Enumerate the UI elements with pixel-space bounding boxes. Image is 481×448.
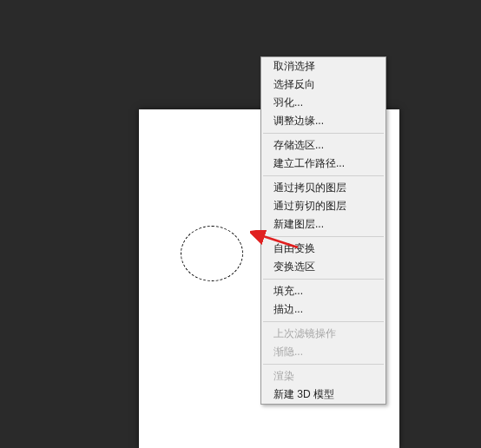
menu-separator <box>263 279 384 280</box>
menu-item-fade: 渐隐... <box>261 343 385 361</box>
context-menu[interactable]: 取消选择 选择反向 羽化... 调整边缘... 存储选区... 建立工作路径..… <box>260 56 386 405</box>
selection-marquee <box>181 226 243 281</box>
menu-item-free-transform[interactable]: 自由变换 <box>261 240 385 258</box>
menu-item-feather[interactable]: 羽化... <box>261 94 385 112</box>
menu-item-select-inverse[interactable]: 选择反向 <box>261 76 385 94</box>
menu-separator <box>263 133 384 134</box>
menu-separator <box>263 236 384 237</box>
menu-item-transform-selection[interactable]: 变换选区 <box>261 258 385 276</box>
menu-item-stroke[interactable]: 描边... <box>261 300 385 319</box>
menu-item-make-work-path[interactable]: 建立工作路径... <box>261 155 385 173</box>
menu-item-new-3d-model[interactable]: 新建 3D 模型 <box>261 385 385 404</box>
menu-separator <box>263 364 384 365</box>
menu-separator <box>263 321 384 322</box>
menu-item-fill[interactable]: 填充... <box>261 282 385 300</box>
menu-item-save-selection[interactable]: 存储选区... <box>261 136 385 155</box>
menu-item-render: 渲染 <box>261 367 385 385</box>
menu-separator <box>263 175 384 176</box>
menu-item-deselect[interactable]: 取消选择 <box>261 57 385 76</box>
menu-item-layer-via-cut[interactable]: 通过剪切的图层 <box>261 197 385 215</box>
menu-item-layer-via-copy[interactable]: 通过拷贝的图层 <box>261 179 385 197</box>
menu-item-last-filter: 上次滤镜操作 <box>261 325 385 343</box>
menu-item-refine-edge[interactable]: 调整边缘... <box>261 112 385 130</box>
menu-item-new-layer[interactable]: 新建图层... <box>261 215 385 234</box>
